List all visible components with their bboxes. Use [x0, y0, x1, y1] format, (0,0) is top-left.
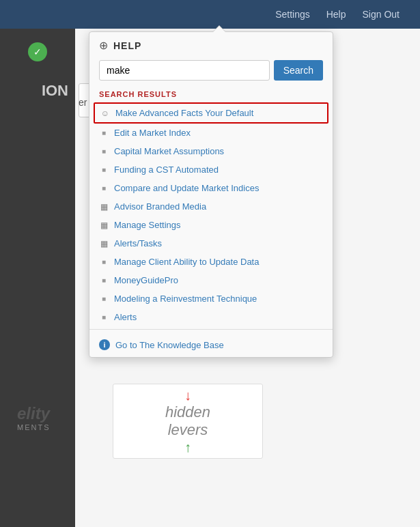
- top-nav: Settings Help Sign Out: [0, 0, 420, 29]
- help-link[interactable]: Help: [326, 9, 346, 20]
- result-item[interactable]: ▦Manage Settings: [89, 216, 333, 234]
- result-label: MoneyGuidePro: [114, 275, 178, 285]
- result-label: Compare and Update Market Indices: [114, 183, 259, 193]
- person-icon: ☺: [100, 109, 110, 118]
- hidden-levers-logo: ↓ hiddenlevers ↑: [165, 387, 210, 456]
- grid-icon: ▦: [99, 202, 109, 212]
- result-label: Alerts/Tasks: [114, 238, 162, 248]
- results-list: ☺Make Advanced Facts Your Default■Edit a…: [89, 102, 333, 326]
- arrow-up-icon: ↑: [165, 439, 210, 455]
- result-label: Manage Client Ability to Update Data: [114, 257, 259, 267]
- result-item[interactable]: ■Funding a CST Automated: [89, 160, 333, 179]
- doc-icon: ■: [99, 129, 109, 137]
- doc-icon: ■: [99, 258, 109, 266]
- search-input[interactable]: [99, 60, 270, 81]
- result-item[interactable]: ■Modeling a Reinvestment Technique: [89, 289, 333, 308]
- result-item[interactable]: ■Manage Client Ability to Update Data: [89, 253, 333, 271]
- hidden-levers-text1: hiddenlevers: [165, 403, 210, 438]
- doc-icon: ■: [99, 313, 109, 321]
- fidelity-area: elity MENTS: [17, 404, 51, 431]
- fidelity-sub: MENTS: [17, 423, 51, 431]
- grid-icon: ▦: [99, 220, 109, 230]
- result-label: Advisor Branded Media: [114, 201, 206, 212]
- settings-link[interactable]: Settings: [275, 9, 310, 20]
- result-item[interactable]: ■Compare and Update Market Indices: [89, 179, 333, 197]
- doc-icon: ■: [99, 147, 109, 155]
- result-label: Modeling a Reinvestment Technique: [114, 294, 257, 304]
- result-label: Edit a Market Index: [114, 128, 191, 138]
- result-item[interactable]: ■MoneyGuidePro: [89, 271, 333, 289]
- sidebar-dot: ✓: [28, 42, 47, 61]
- result-item[interactable]: ■Capital Market Assumptions: [89, 142, 333, 160]
- info-icon: i: [99, 339, 110, 350]
- knowledge-base-label: Go to The Knowledge Base: [115, 340, 224, 350]
- help-divider: [89, 329, 333, 330]
- doc-icon: ■: [99, 166, 109, 173]
- search-results-label: SEARCH RESULTS: [89, 87, 333, 102]
- result-item[interactable]: ▦Alerts/Tasks: [89, 234, 333, 253]
- grid-icon: ▦: [99, 239, 109, 248]
- globe-icon: ⊕: [99, 39, 108, 52]
- signout-link[interactable]: Sign Out: [363, 9, 400, 20]
- help-search-row: Search: [89, 57, 333, 87]
- sidebar: ✓ ION: [0, 29, 75, 527]
- result-label: Capital Market Assumptions: [114, 146, 224, 156]
- knowledge-base-row[interactable]: i Go to The Knowledge Base: [89, 332, 333, 357]
- result-label: Manage Settings: [114, 220, 181, 230]
- sidebar-partial-text: ION: [0, 82, 75, 100]
- result-item[interactable]: ☺Make Advanced Facts Your Default: [94, 102, 328, 124]
- arrow-down-icon: ↓: [165, 387, 210, 403]
- doc-icon: ■: [99, 184, 109, 192]
- hidden-levers-box: ↓ hiddenlevers ↑: [113, 384, 263, 459]
- help-title: HELP: [113, 40, 141, 51]
- help-header: ⊕ HELP: [89, 32, 333, 57]
- doc-icon: ■: [99, 295, 109, 302]
- help-popup: ⊕ HELP Search SEARCH RESULTS ☺Make Advan…: [89, 31, 333, 358]
- doc-icon: ■: [99, 276, 109, 284]
- result-item[interactable]: ▦Advisor Branded Media: [89, 197, 333, 216]
- fidelity-name: elity: [17, 404, 51, 423]
- result-label: Make Advanced Facts Your Default: [115, 108, 253, 118]
- result-item[interactable]: ■Edit a Market Index: [89, 124, 333, 142]
- result-label: Alerts: [114, 312, 137, 322]
- result-item[interactable]: ■Alerts: [89, 308, 333, 326]
- result-label: Funding a CST Automated: [114, 165, 219, 175]
- search-button[interactable]: Search: [274, 60, 323, 81]
